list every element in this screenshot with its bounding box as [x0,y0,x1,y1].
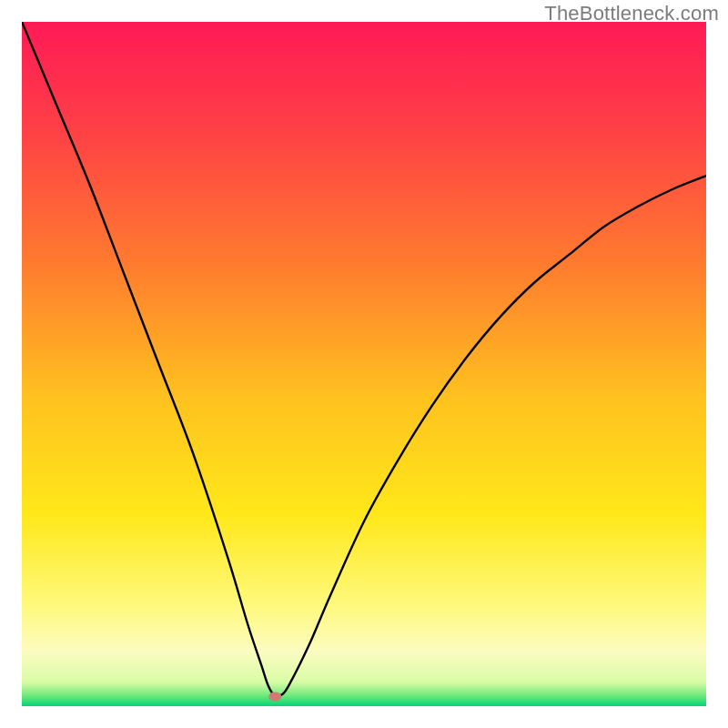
chart-svg [22,22,706,706]
bottleneck-chart: TheBottleneck.com [0,0,728,728]
plot-area [22,22,706,706]
gradient-background [22,22,706,706]
watermark-text: TheBottleneck.com [544,2,719,25]
minimum-marker [268,692,281,701]
